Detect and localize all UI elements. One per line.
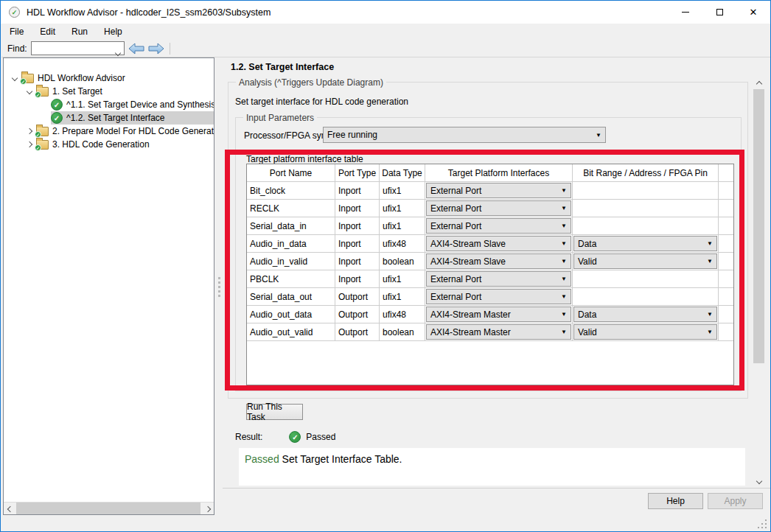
close-button[interactable]: ✕ [736, 1, 770, 24]
spacer-cell [719, 235, 733, 253]
interface-cell: External Port▼ [425, 217, 573, 235]
maximize-icon [716, 9, 723, 15]
tree-expander-icon[interactable] [23, 125, 36, 138]
splitter-handle-icon [218, 277, 220, 299]
bit-range-dropdown[interactable]: Valid▼ [573, 253, 717, 269]
interface-dropdown[interactable]: AXI4-Stream Slave▼ [426, 253, 571, 269]
table-header-cell: Port Type [335, 164, 380, 182]
interface-dropdown-value: External Port [430, 203, 481, 214]
interface-dropdown[interactable]: AXI4-Stream Master▼ [426, 324, 571, 340]
tree-item[interactable]: ✓3. HDL Code Generation [4, 138, 214, 151]
title-bar: ✓ HDL Workflow Advisor - hdlcoder_I2S_ss… [1, 1, 770, 24]
data-type-cell: boolean [380, 323, 425, 341]
apply-button[interactable]: Apply [708, 493, 763, 509]
bit-range-cell [573, 270, 719, 288]
expander-spacer [38, 111, 51, 125]
menu-help[interactable]: Help [96, 24, 130, 39]
chevron-down-icon: ▼ [561, 311, 567, 318]
chevron-down-icon: ▼ [707, 329, 713, 335]
find-previous-button[interactable] [128, 43, 144, 55]
interface-dropdown[interactable]: External Port▼ [426, 289, 571, 304]
scroll-right-icon[interactable] [201, 503, 214, 515]
menu-file[interactable]: File [1, 24, 32, 39]
sync-dropdown-value: Free running [327, 130, 377, 140]
arrow-left-icon [128, 43, 144, 55]
minimize-button[interactable] [669, 1, 702, 24]
interface-cell: External Port▼ [425, 288, 573, 306]
tree-item[interactable]: ✓^1.1. Set Target Device and Synthesis T… [4, 98, 214, 111]
tree-item-content[interactable]: ✓2. Prepare Model For HDL Code Generatio… [36, 125, 214, 138]
check-badge-icon: ✓ [35, 131, 41, 138]
tree-item[interactable]: ✓HDL Workflow Advisor [4, 71, 214, 85]
tree-item-content[interactable]: ✓3. HDL Code Generation [36, 138, 214, 151]
scroll-left-icon[interactable] [4, 503, 16, 515]
interface-cell: External Port▼ [425, 200, 573, 217]
tree-item-content[interactable]: ✓^1.2. Set Target Interface [51, 111, 214, 125]
chevron-down-icon: ▼ [561, 329, 567, 335]
data-type-cell: ufix1 [380, 217, 425, 235]
port-name-cell: Audio_in_valid [247, 253, 335, 270]
menu-edit[interactable]: Edit [32, 24, 63, 39]
help-button[interactable]: Help [648, 493, 703, 509]
interface-cell: AXI4-Stream Master▼ [425, 306, 573, 323]
interface-dropdown[interactable]: External Port▼ [426, 218, 571, 234]
tree-item[interactable]: ✓^1.2. Set Target Interface [4, 111, 214, 125]
tree-item[interactable]: ✓1. Set Target [4, 85, 214, 98]
chevron-down-icon[interactable] [116, 45, 122, 51]
tree-horizontal-scrollbar[interactable] [4, 502, 214, 514]
maximize-button[interactable] [702, 1, 736, 24]
interface-dropdown[interactable]: External Port▼ [426, 200, 571, 216]
tree-expander-icon[interactable] [23, 138, 36, 151]
tree-expander-icon[interactable] [8, 71, 21, 85]
chevron-down-icon: ▼ [561, 205, 567, 211]
panel-splitter[interactable] [216, 57, 223, 515]
result-status: Passed [306, 432, 335, 442]
run-this-task-button[interactable]: Run This Task [246, 404, 303, 420]
task-panel-vertical-scrollbar[interactable] [753, 77, 765, 487]
tree-expander-icon[interactable] [23, 85, 36, 98]
port-type-cell: Inport [335, 253, 380, 270]
interface-dropdown[interactable]: External Port▼ [426, 271, 571, 287]
result-message-box: Passed Set Target Interface Table. [239, 448, 745, 486]
spacer-cell [719, 253, 733, 270]
resize-grip-icon[interactable] [758, 519, 767, 528]
port-name-cell: Serial_data_out [247, 288, 335, 306]
workflow-tree: ✓HDL Workflow Advisor✓1. Set Target✓^1.1… [4, 71, 214, 502]
bit-range-cell: Data▼ [573, 306, 719, 323]
tree-item-content[interactable]: ✓^1.1. Set Target Device and Synthesis T… [51, 98, 214, 111]
data-type-cell: ufix1 [380, 288, 425, 306]
data-type-cell: boolean [380, 253, 425, 270]
task-title: 1.2. Set Target Interface [231, 62, 334, 72]
data-type-cell: ufix48 [380, 235, 425, 253]
scrollbar-thumb[interactable] [753, 89, 764, 363]
passed-check-icon: ✓ [51, 112, 63, 124]
interface-dropdown[interactable]: AXI4-Stream Master▼ [426, 307, 571, 322]
menu-run[interactable]: Run [63, 24, 96, 39]
task-description: Set target interface for HDL code genera… [235, 97, 408, 107]
find-input[interactable] [31, 41, 125, 55]
interface-dropdown-value: External Port [430, 274, 481, 284]
tree-item-content[interactable]: ✓1. Set Target [36, 85, 214, 98]
processor-fpga-sync-dropdown[interactable]: Free running ▼ [323, 127, 606, 143]
spacer-cell [719, 323, 733, 341]
scrollbar-thumb[interactable] [16, 503, 200, 515]
minimize-icon [682, 12, 689, 13]
tree-item-content[interactable]: ✓HDL Workflow Advisor [21, 71, 214, 85]
port-type-cell: Outport [335, 306, 380, 323]
table-empty-area [247, 341, 733, 359]
interface-dropdown[interactable]: AXI4-Stream Slave▼ [426, 236, 571, 251]
spacer-cell [719, 200, 733, 217]
tree-item[interactable]: ✓2. Prepare Model For HDL Code Generatio… [4, 125, 214, 138]
bit-range-dropdown-value: Valid [578, 327, 597, 337]
scroll-up-icon[interactable] [753, 77, 765, 90]
chevron-down-icon: ▼ [561, 293, 567, 300]
bit-range-dropdown[interactable]: Data▼ [573, 307, 717, 322]
scroll-down-icon[interactable] [753, 475, 765, 487]
interface-dropdown[interactable]: External Port▼ [426, 183, 571, 198]
find-next-button[interactable] [148, 43, 164, 55]
bit-range-dropdown[interactable]: Valid▼ [573, 324, 717, 340]
table-header-cell: Data Type [380, 164, 425, 182]
spacer-cell [719, 306, 733, 323]
bit-range-dropdown[interactable]: Data▼ [573, 236, 717, 251]
tree-item-label: 2. Prepare Model For HDL Code Generation [52, 126, 214, 136]
